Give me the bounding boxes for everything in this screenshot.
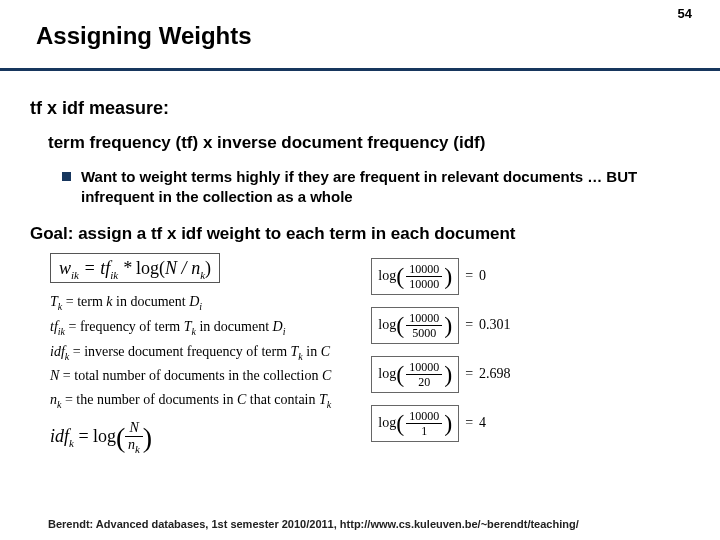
def-line: tfik = frequency of term Tk in document … <box>50 315 331 340</box>
heading-measure: tf x idf measure: <box>30 98 700 119</box>
bullet-square-icon <box>62 172 71 181</box>
weight-formula-box: wik = tfik * log(N / nk) <box>50 253 220 283</box>
page-title: Assigning Weights <box>36 22 252 50</box>
example-row: log(100005000)=0.301 <box>371 307 510 344</box>
heading-expansion: term frequency (tf) x inverse document f… <box>48 133 700 153</box>
slide-root: 54 Assigning Weights tf x idf measure: t… <box>0 0 720 540</box>
idf-formula: idfk = log(Nnk) <box>50 421 331 455</box>
title-rule <box>0 68 720 71</box>
left-column: wik = tfik * log(N / nk) Tk = term k in … <box>50 258 331 455</box>
example-row: log(100001)=4 <box>371 405 510 442</box>
bullet-row: Want to weight terms highly if they are … <box>62 167 700 208</box>
def-line: idfk = inverse document frequency of ter… <box>50 340 331 365</box>
figure-row: wik = tfik * log(N / nk) Tk = term k in … <box>50 258 700 455</box>
def-line: Tk = term k in document Di <box>50 290 331 315</box>
heading-goal: Goal: assign a tf x idf weight to each t… <box>30 224 700 244</box>
page-number: 54 <box>678 6 692 21</box>
example-row: log(1000010000)=0 <box>371 258 510 295</box>
footer-text: Berendt: Advanced databases, 1st semeste… <box>48 518 579 530</box>
example-row: log(1000020)=2.698 <box>371 356 510 393</box>
def-line: N = total number of documents in the col… <box>50 364 331 388</box>
content-area: tf x idf measure: term frequency (tf) x … <box>30 98 700 455</box>
examples-column: log(1000010000)=0 log(100005000)=0.301 l… <box>371 258 510 454</box>
def-line: nk = the number of documents in C that c… <box>50 388 331 413</box>
definitions: Tk = term k in document Di tfik = freque… <box>50 290 331 413</box>
bullet-text: Want to weight terms highly if they are … <box>81 167 700 208</box>
